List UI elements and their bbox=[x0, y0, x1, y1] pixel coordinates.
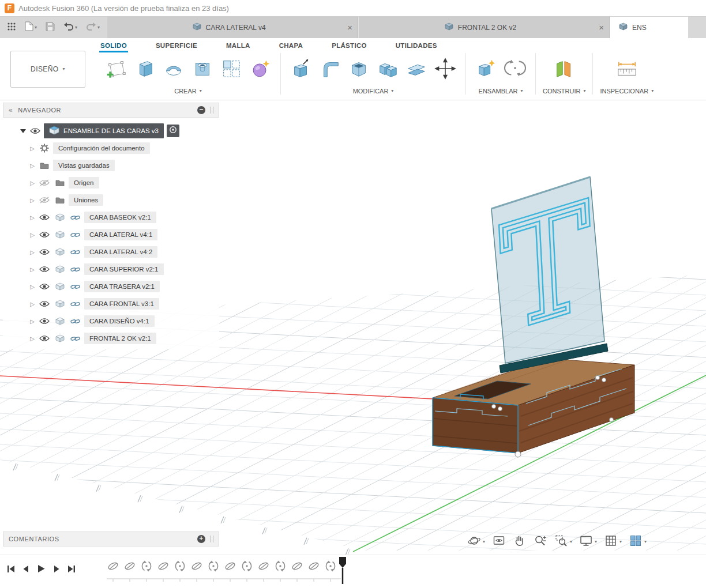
zoom-button[interactable] bbox=[534, 534, 547, 550]
joint-tool-button[interactable] bbox=[502, 54, 528, 85]
timeline-feature-joint[interactable] bbox=[190, 560, 203, 572]
pan-button[interactable] bbox=[513, 534, 527, 550]
visibility-eye-icon[interactable] bbox=[36, 318, 52, 325]
ribbon-tab-malla[interactable]: MALLA bbox=[225, 42, 251, 52]
ribbon-tab-solido[interactable]: SOLIDO bbox=[99, 42, 128, 52]
component-label[interactable]: CARA LATERAL v4:1 bbox=[84, 229, 157, 240]
move-tool-button[interactable] bbox=[432, 54, 459, 85]
tab-close-icon[interactable]: × bbox=[347, 23, 352, 32]
construction-plane-tool-button[interactable] bbox=[551, 54, 577, 85]
expand-arrow[interactable]: ▷ bbox=[28, 249, 36, 255]
panel-grip[interactable] bbox=[211, 536, 213, 542]
look-at-button[interactable] bbox=[492, 534, 506, 550]
step-back-button[interactable] bbox=[22, 565, 30, 575]
group-dropdown[interactable]: MODIFICAR▾ bbox=[353, 88, 394, 95]
component-label[interactable]: CARA FRONTAL v3:1 bbox=[84, 298, 159, 310]
play-button[interactable] bbox=[37, 564, 46, 575]
visibility-eye-icon[interactable] bbox=[36, 266, 52, 273]
timeline-feature-joint[interactable] bbox=[257, 560, 270, 572]
add-comment-icon[interactable]: + bbox=[197, 535, 205, 543]
skip-to-end-button[interactable] bbox=[67, 565, 76, 575]
expand-arrow[interactable]: ▷ bbox=[28, 214, 36, 221]
component-label[interactable]: CARA SUPERIOR v2:1 bbox=[84, 263, 164, 275]
timeline-feature-as-built-joint[interactable] bbox=[324, 560, 337, 572]
combine-tool-button[interactable] bbox=[374, 54, 401, 85]
step-forward-button[interactable] bbox=[52, 565, 61, 575]
nav-component-item[interactable]: ▷CARA LATERAL v4:1 bbox=[3, 226, 219, 243]
timeline-feature-as-built-joint[interactable] bbox=[241, 560, 253, 572]
expand-arrow[interactable]: ▷ bbox=[28, 145, 36, 152]
visibility-eye-icon[interactable] bbox=[36, 248, 52, 255]
group-dropdown[interactable]: CREAR▾ bbox=[174, 88, 202, 95]
expand-arrow[interactable]: ▷ bbox=[28, 266, 36, 273]
group-dropdown[interactable]: ENSAMBLAR▾ bbox=[479, 88, 523, 95]
comments-header[interactable]: COMENTARIOS + bbox=[3, 532, 219, 546]
measure-tool-button[interactable] bbox=[614, 54, 640, 85]
ribbon-tab-plástico[interactable]: PLÁSTICO bbox=[331, 42, 368, 52]
create-sketch-tool-button[interactable] bbox=[103, 54, 129, 85]
save-button[interactable] bbox=[46, 22, 55, 33]
grid-display-button[interactable]: ▾ bbox=[604, 534, 622, 550]
nav-component-item[interactable]: ▷CARA FRONTAL v3:1 bbox=[3, 295, 219, 312]
ribbon-tab-chapa[interactable]: CHAPA bbox=[278, 42, 305, 52]
nav-root-item[interactable]: ENSAMBLE DE LAS CARAS v3 bbox=[3, 122, 219, 140]
workspace-selector[interactable]: DISEÑO ▾ bbox=[10, 51, 85, 88]
timeline-feature-joint[interactable] bbox=[107, 560, 119, 572]
box-front-face[interactable] bbox=[433, 398, 518, 453]
timeline-feature-joint[interactable] bbox=[157, 560, 170, 572]
redo-button[interactable]: ▾ bbox=[86, 22, 100, 33]
timeline-feature-as-built-joint[interactable] bbox=[207, 560, 220, 572]
expand-arrow[interactable]: ▷ bbox=[28, 301, 36, 307]
component-label[interactable]: CARA LATERAL v4:2 bbox=[84, 246, 157, 258]
timeline-feature-joint[interactable] bbox=[307, 560, 320, 572]
nav-component-item[interactable]: ▷CARA TRASERA v2:1 bbox=[3, 278, 219, 295]
timeline-feature-as-built-joint[interactable] bbox=[174, 560, 186, 572]
nav-item-joints[interactable]: ▷ Uniones bbox=[3, 191, 219, 209]
nav-component-item[interactable]: ▷CARA DISEÑO v4:1 bbox=[3, 312, 219, 330]
skip-to-start-button[interactable] bbox=[7, 565, 15, 575]
document-tab[interactable]: ENS bbox=[610, 17, 688, 38]
collapse-panel-icon[interactable]: « bbox=[9, 106, 13, 114]
nav-item-saved-views[interactable]: ▷ Vistas guardadas bbox=[3, 157, 219, 174]
group-dropdown[interactable]: INSPECCIONAR▾ bbox=[600, 88, 654, 95]
timeline-feature-joint[interactable] bbox=[123, 560, 136, 572]
timeline-marker[interactable] bbox=[338, 556, 347, 586]
nav-item-label[interactable]: Origen bbox=[69, 177, 99, 189]
expand-arrow[interactable]: ▷ bbox=[28, 232, 36, 238]
fillet-tool-button[interactable] bbox=[317, 54, 343, 85]
nav-item-label[interactable]: Vistas guardadas bbox=[53, 160, 115, 171]
activate-component-button[interactable] bbox=[167, 125, 179, 137]
group-dropdown[interactable]: CONSTRUIR▾ bbox=[543, 88, 585, 95]
component-label[interactable]: CARA TRASERA v2:1 bbox=[84, 281, 160, 292]
visibility-eye-icon[interactable] bbox=[36, 283, 52, 290]
ribbon-tab-superficie[interactable]: SUPERFICIE bbox=[155, 42, 198, 52]
visibility-eye-icon[interactable] bbox=[27, 127, 43, 134]
component-label[interactable]: CARA BASEOK v2:1 bbox=[84, 212, 156, 223]
timeline-feature-joint[interactable] bbox=[224, 560, 236, 572]
app-menu-button[interactable] bbox=[7, 22, 16, 33]
extrude-tool-button[interactable] bbox=[132, 54, 158, 85]
undo-button[interactable]: ▾ bbox=[63, 22, 77, 33]
expand-arrow[interactable]: ▷ bbox=[28, 318, 36, 325]
new-component-tool-button[interactable] bbox=[473, 54, 500, 85]
orbit-button[interactable]: ▾ bbox=[467, 534, 485, 550]
display-settings-button[interactable]: ▾ bbox=[579, 534, 597, 550]
panel-grip[interactable] bbox=[211, 107, 213, 114]
expand-arrow[interactable]: ▷ bbox=[28, 197, 36, 203]
component-label[interactable]: FRONTAL 2 OK v2:1 bbox=[84, 333, 156, 344]
visibility-eye-icon[interactable] bbox=[36, 335, 52, 342]
revolve-tool-button[interactable] bbox=[160, 54, 187, 85]
visibility-eye-icon[interactable] bbox=[36, 214, 52, 221]
viewports-button[interactable]: ▾ bbox=[629, 534, 647, 550]
shell-tool-button[interactable] bbox=[346, 54, 372, 85]
expand-arrow[interactable] bbox=[19, 128, 27, 134]
document-tab[interactable]: CARA LATERAL v4× bbox=[107, 17, 358, 38]
timeline-track[interactable] bbox=[107, 578, 349, 585]
navigator-header[interactable]: « NAVEGADOR − bbox=[3, 103, 219, 118]
model-assembly[interactable]: T T bbox=[433, 174, 634, 457]
press-pull-tool-button[interactable] bbox=[288, 54, 314, 85]
new-file-button[interactable]: ▾ bbox=[25, 21, 37, 33]
nav-component-item[interactable]: ▷CARA SUPERIOR v2:1 bbox=[3, 261, 219, 278]
root-assembly-chip[interactable]: ENSAMBLE DE LAS CARAS v3 bbox=[44, 123, 164, 138]
rectangular-pattern-tool-button[interactable] bbox=[218, 54, 245, 85]
